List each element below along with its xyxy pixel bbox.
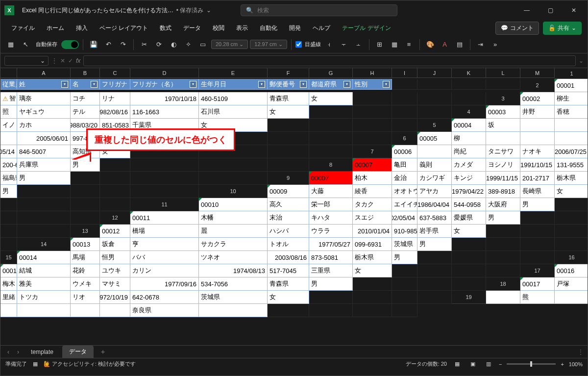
table-header[interactable]: フリガナ（名）▾: [130, 79, 199, 90]
cell[interactable]: [71, 211, 100, 225]
accessibility-status[interactable]: 🙋 アクセシビリティ: 検討が必要です: [44, 360, 136, 368]
cell[interactable]: 女: [452, 225, 486, 238]
flip-icon[interactable]: ◐: [167, 38, 180, 51]
cell[interactable]: [71, 185, 100, 198]
cell[interactable]: リナ: [100, 92, 130, 105]
cell[interactable]: 男: [417, 238, 452, 251]
cell[interactable]: [555, 198, 588, 211]
cell[interactable]: [520, 119, 555, 132]
cell[interactable]: 00007: [309, 172, 353, 185]
border-icon[interactable]: ▦: [388, 38, 401, 51]
cell[interactable]: [309, 304, 353, 317]
column-header[interactable]: M: [520, 68, 555, 78]
column-header[interactable]: G: [309, 68, 353, 78]
cell[interactable]: [452, 238, 486, 251]
cell[interactable]: [130, 185, 199, 198]
close-button[interactable]: ✕: [564, 3, 584, 17]
cell[interactable]: [17, 211, 71, 225]
cell[interactable]: [199, 172, 268, 185]
cell[interactable]: 1972/10/19: [100, 291, 130, 304]
cell[interactable]: 坂倉: [100, 238, 130, 251]
filter-icon[interactable]: ▾: [343, 81, 350, 88]
cell[interactable]: 00011: [130, 211, 199, 225]
cell[interactable]: [0, 225, 17, 238]
cell[interactable]: 00005: [417, 132, 452, 145]
cell[interactable]: [0, 198, 17, 211]
share-button[interactable]: 🔓共有⌄: [543, 22, 582, 35]
comments-button[interactable]: 💬コメント: [495, 22, 539, 35]
cell[interactable]: [268, 145, 309, 158]
column-header[interactable]: C: [100, 68, 130, 78]
cell[interactable]: ⚠智: [0, 92, 17, 105]
filter-icon[interactable]: ▾: [258, 81, 265, 88]
cell[interactable]: ユウキ: [100, 264, 130, 277]
filter-icon[interactable]: ▾: [91, 81, 98, 88]
cell[interactable]: 534-7056: [199, 277, 268, 291]
cell[interactable]: 1977/05/27: [309, 238, 353, 251]
cell[interactable]: ツネオ: [199, 251, 268, 264]
filter-icon[interactable]: ▾: [383, 81, 390, 88]
cell[interactable]: [100, 158, 130, 172]
save-icon[interactable]: 💾: [87, 38, 100, 51]
cell[interactable]: [555, 119, 588, 132]
cell[interactable]: ナオキ: [520, 145, 555, 158]
gridlines-checkbox[interactable]: [295, 41, 302, 48]
fx-icon[interactable]: fx: [76, 57, 80, 64]
cell[interactable]: 亀田: [392, 158, 417, 172]
cell[interactable]: 馬場: [71, 251, 100, 264]
cell[interactable]: [353, 304, 392, 317]
cell[interactable]: 1977/05/14: [0, 145, 17, 158]
cell[interactable]: [130, 172, 199, 185]
row-header[interactable]: 18: [486, 277, 520, 291]
cell[interactable]: 00004: [452, 119, 486, 132]
cell[interactable]: [0, 132, 17, 145]
column-header[interactable]: H: [353, 68, 392, 78]
cell[interactable]: [353, 132, 392, 145]
cell[interactable]: 00010: [199, 198, 268, 211]
cell[interactable]: ヨシノリ: [486, 158, 520, 172]
filter-icon[interactable]: ▾: [190, 81, 196, 88]
cell[interactable]: [520, 211, 555, 225]
cell[interactable]: 00009: [268, 185, 309, 198]
align-text-icon[interactable]: ≡: [403, 38, 416, 51]
row-header[interactable]: 17: [520, 264, 555, 277]
cell[interactable]: 642-0678: [130, 291, 199, 304]
cell[interactable]: 坂: [486, 119, 520, 132]
add-sheet-button[interactable]: ＋: [96, 348, 110, 356]
cell[interactable]: [555, 225, 588, 238]
cell[interactable]: [100, 172, 130, 185]
row-header[interactable]: 14: [17, 238, 71, 251]
formula-input[interactable]: [83, 55, 576, 66]
cell[interactable]: 1991/10/15: [520, 158, 555, 172]
cell[interactable]: カホ: [17, 119, 71, 132]
row-header[interactable]: 19: [452, 291, 486, 304]
cell[interactable]: 男: [0, 185, 17, 198]
cell[interactable]: [555, 132, 588, 145]
table-header[interactable]: 都道府県▾: [309, 79, 353, 90]
prev-sheet-icon[interactable]: ‹: [4, 349, 12, 355]
cell[interactable]: リオ: [71, 291, 100, 304]
align2-icon[interactable]: ⫟: [338, 38, 350, 51]
cell[interactable]: ババ: [130, 251, 199, 264]
page-break-icon[interactable]: ▥: [483, 360, 494, 369]
cell[interactable]: [268, 304, 309, 317]
cell[interactable]: [486, 225, 520, 238]
column-header[interactable]: J: [417, 68, 452, 78]
row-header[interactable]: 13: [71, 225, 100, 238]
cell[interactable]: [268, 158, 309, 172]
cell[interactable]: 亨: [130, 238, 199, 251]
cell[interactable]: 男: [17, 172, 71, 185]
cursor-icon[interactable]: ↖: [19, 38, 32, 51]
cell[interactable]: 910-9855: [392, 225, 417, 238]
cell[interactable]: 璃奈: [17, 92, 71, 105]
cell[interactable]: [392, 92, 417, 105]
cell[interactable]: 1982/08/16: [100, 105, 130, 119]
cell[interactable]: 綾香: [353, 185, 392, 198]
cell[interactable]: 女: [268, 291, 309, 304]
cell[interactable]: 福島県: [0, 172, 17, 185]
cell[interactable]: [353, 277, 392, 291]
cell[interactable]: 637-5883: [417, 211, 452, 225]
column-header[interactable]: F: [268, 68, 309, 78]
frame-icon[interactable]: ▭: [196, 38, 209, 51]
cell[interactable]: 1999/11/15: [486, 172, 520, 185]
